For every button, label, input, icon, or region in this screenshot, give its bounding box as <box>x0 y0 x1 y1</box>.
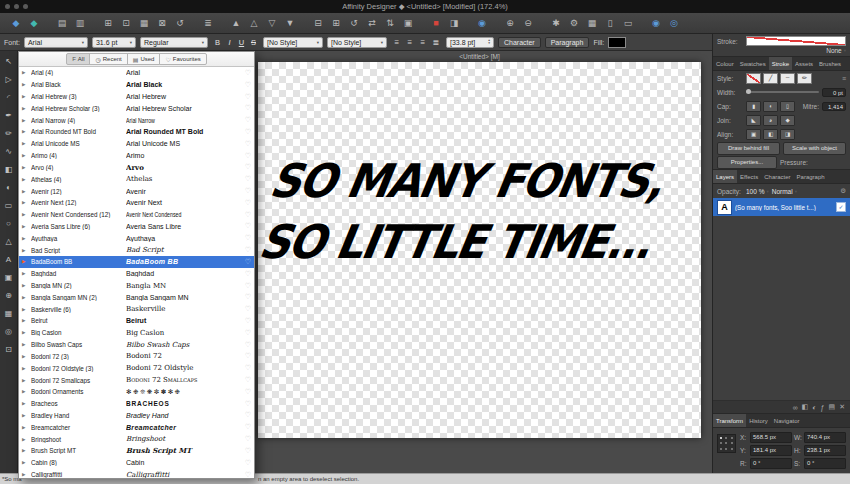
font-row[interactable]: ▶BringshootBringshoot♡ <box>19 433 254 445</box>
favourite-heart-icon[interactable]: ♡ <box>242 246 251 254</box>
expand-arrow-icon[interactable]: ▶ <box>22 248 28 253</box>
align-justify-icon[interactable]: ≣ <box>430 38 442 47</box>
align-panel-icon[interactable]: ⊟ <box>310 16 326 31</box>
align-centre-icon[interactable]: ≡ <box>404 38 416 47</box>
to-front-icon[interactable]: ▲ <box>228 16 244 31</box>
colour-wheel-icon[interactable]: ◉ <box>474 16 490 31</box>
minimize-window-icon[interactable] <box>14 4 19 9</box>
expand-arrow-icon[interactable]: ▶ <box>22 330 28 335</box>
font-row[interactable]: ▶Arimo (4)Arimo♡ <box>19 150 254 162</box>
expand-arrow-icon[interactable]: ▶ <box>22 259 28 264</box>
vector-crop-tool[interactable]: ▦ <box>2 307 16 320</box>
expand-arrow-icon[interactable]: ▶ <box>22 141 28 146</box>
insert-inside-icon[interactable]: ⊕ <box>502 16 518 31</box>
mitre-join-icon[interactable]: ◣ <box>746 115 761 126</box>
properties-button[interactable]: Properties... <box>717 156 777 169</box>
font-row[interactable]: ▶AyuthayaAyuthaya♡ <box>19 232 254 244</box>
round-cap-icon[interactable]: ◖ <box>763 101 778 112</box>
favourite-heart-icon[interactable]: ♡ <box>242 341 251 349</box>
to-back-icon[interactable]: ▼ <box>282 16 298 31</box>
font-row[interactable]: ▶Baskerville (6)Baskerville♡ <box>19 303 254 315</box>
dashed-line-style-swatch[interactable]: ┄ <box>780 73 795 84</box>
tab-paragraph[interactable]: Paragraph <box>794 170 828 183</box>
draw-behind-fill-button[interactable]: Draw behind fill <box>717 142 780 155</box>
width-slider[interactable] <box>746 91 819 93</box>
flip-vertical-icon[interactable]: ⇅ <box>382 16 398 31</box>
expand-arrow-icon[interactable]: ▶ <box>22 177 28 182</box>
panel-menu-icon[interactable]: ≡ <box>842 75 846 82</box>
expand-arrow-icon[interactable]: ▶ <box>22 318 28 323</box>
font-row[interactable]: ▶Bilbo Swash CapsBilbo Swash Caps♡ <box>19 339 254 351</box>
group-icon[interactable]: ▣ <box>400 16 416 31</box>
anchor-dot[interactable] <box>731 442 733 444</box>
expand-arrow-icon[interactable]: ▶ <box>22 94 28 99</box>
favourite-heart-icon[interactable]: ♡ <box>242 187 251 195</box>
expand-arrow-icon[interactable]: ▶ <box>22 70 28 75</box>
backward-icon[interactable]: ▽ <box>264 16 280 31</box>
expand-arrow-icon[interactable]: ▶ <box>22 82 28 87</box>
layer-row[interactable]: A (So many fonts, Soo little t...) ✓ <box>713 198 850 216</box>
favourite-heart-icon[interactable]: ♡ <box>242 459 251 467</box>
favourite-heart-icon[interactable]: ♡ <box>242 352 251 360</box>
shear-input[interactable]: 0 ° <box>804 458 846 469</box>
font-row[interactable]: ▶Bodoni 72 (3)Bodoni 72♡ <box>19 351 254 363</box>
expand-arrow-icon[interactable]: ▶ <box>22 448 28 453</box>
shape-tool[interactable]: △ <box>2 235 16 248</box>
search-icon[interactable]: ◎ <box>666 16 682 31</box>
font-row[interactable]: ▶Bradley HandBradley Hand♡ <box>19 410 254 422</box>
align-inside-stroke-icon[interactable]: ◧ <box>763 129 778 140</box>
expand-arrow-icon[interactable]: ▶ <box>22 295 28 300</box>
tab-transform[interactable]: Transform <box>713 414 746 427</box>
scale-with-object-button[interactable]: Scale with object <box>783 142 846 155</box>
favourite-heart-icon[interactable]: ♡ <box>242 199 251 207</box>
font-row[interactable]: ▶Bodoni Ornaments✻❉❊❋✼✽✻❉♡ <box>19 386 254 398</box>
document-icon[interactable]: ▤ <box>54 16 70 31</box>
move-tool[interactable]: ↖ <box>2 55 16 68</box>
opacity-dropdown[interactable]: 100 % ▾ <box>746 188 769 195</box>
expand-arrow-icon[interactable]: ▶ <box>22 200 28 205</box>
character-style-combo[interactable]: [No Style] ▾ <box>263 37 323 48</box>
window-controls[interactable] <box>5 4 28 9</box>
favourite-heart-icon[interactable]: ♡ <box>242 471 251 478</box>
favourite-heart-icon[interactable]: ♡ <box>242 104 251 112</box>
document-tab[interactable]: <Untitled> [M] <box>258 53 701 60</box>
strikethrough-button[interactable]: S <box>248 38 259 47</box>
tab-brushes[interactable]: Brushes <box>816 57 844 70</box>
preferences-icon[interactable]: ⚙ <box>566 16 582 31</box>
favourite-heart-icon[interactable]: ♡ <box>242 388 251 396</box>
stroke-colour-well[interactable] <box>746 36 846 46</box>
tab-navigator[interactable]: Navigator <box>771 414 803 427</box>
canvas-text-object[interactable]: SO MANY FONTS, SO LITTLE TIME... <box>255 152 668 273</box>
fill-tool[interactable]: ◧ <box>2 163 16 176</box>
tab-layers[interactable]: Layers <box>713 170 737 183</box>
expand-arrow-icon[interactable]: ▶ <box>22 307 28 312</box>
flip-horizontal-icon[interactable]: ⇄ <box>364 16 380 31</box>
tab-effects[interactable]: Effects <box>737 170 761 183</box>
favourite-heart-icon[interactable]: ♡ <box>242 270 251 278</box>
anchor-dot[interactable] <box>720 442 722 444</box>
favourite-heart-icon[interactable]: ♡ <box>242 234 251 242</box>
expand-arrow-icon[interactable]: ▶ <box>22 118 28 123</box>
favourite-heart-icon[interactable]: ♡ <box>242 376 251 384</box>
anchor-dot[interactable] <box>725 442 727 444</box>
expand-arrow-icon[interactable]: ▶ <box>22 236 28 241</box>
font-row[interactable]: ▶Arial Unicode MSArial Unicode MS♡ <box>19 138 254 150</box>
expand-arrow-icon[interactable]: ▶ <box>22 413 28 418</box>
node-tool[interactable]: ▷ <box>2 73 16 86</box>
mitre-input[interactable]: 1,414 <box>822 102 846 111</box>
forward-icon[interactable]: △ <box>246 16 262 31</box>
font-row[interactable]: ▶BreamcatcherBreamcatcher♡ <box>19 421 254 433</box>
history-icon[interactable]: ↺ <box>172 16 188 31</box>
fill-colour-well[interactable] <box>608 37 626 48</box>
tab-stroke[interactable]: Stroke <box>769 57 792 70</box>
font-row[interactable]: ▶BaghdadBaghdad♡ <box>19 268 254 280</box>
favourite-heart-icon[interactable]: ♡ <box>242 364 251 372</box>
font-filter-recent[interactable]: ◷Recent <box>89 53 127 65</box>
font-weight-combo[interactable]: Regular ▾ <box>140 37 208 48</box>
anchor-dot[interactable] <box>731 448 733 450</box>
tab-swatches[interactable]: Swatches <box>737 57 769 70</box>
rulers-icon[interactable]: ▭ <box>620 16 636 31</box>
favourite-heart-icon[interactable]: ♡ <box>242 140 251 148</box>
colour-picker-tool[interactable]: ⊕ <box>2 289 16 302</box>
font-row[interactable]: ▶Brush Script MTBrush Script MT♡ <box>19 445 254 457</box>
